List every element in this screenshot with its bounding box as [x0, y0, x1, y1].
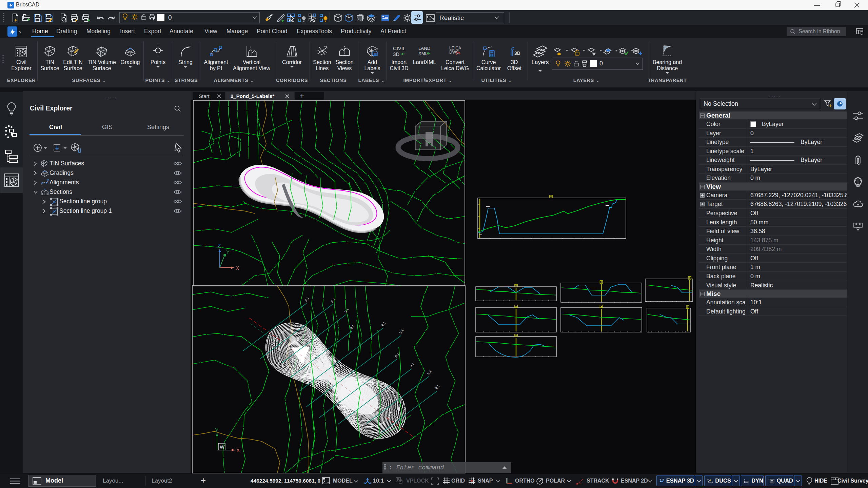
svg-text:X: X	[236, 447, 240, 453]
svg-text:Y: Y	[226, 249, 230, 255]
svg-text:LAND: LAND	[418, 46, 430, 51]
svg-text:3D: 3D	[514, 51, 520, 56]
svg-text:CIVIL: CIVIL	[393, 46, 405, 51]
svg-text:DWG: DWG	[449, 50, 459, 55]
svg-text:X: X	[236, 265, 239, 271]
svg-text:W: W	[220, 444, 225, 450]
svg-text:XML: XML	[418, 51, 428, 56]
svg-text:3D: 3D	[393, 52, 399, 57]
svg-text:Y: Y	[215, 427, 218, 433]
svg-text:Z: Z	[218, 243, 221, 248]
